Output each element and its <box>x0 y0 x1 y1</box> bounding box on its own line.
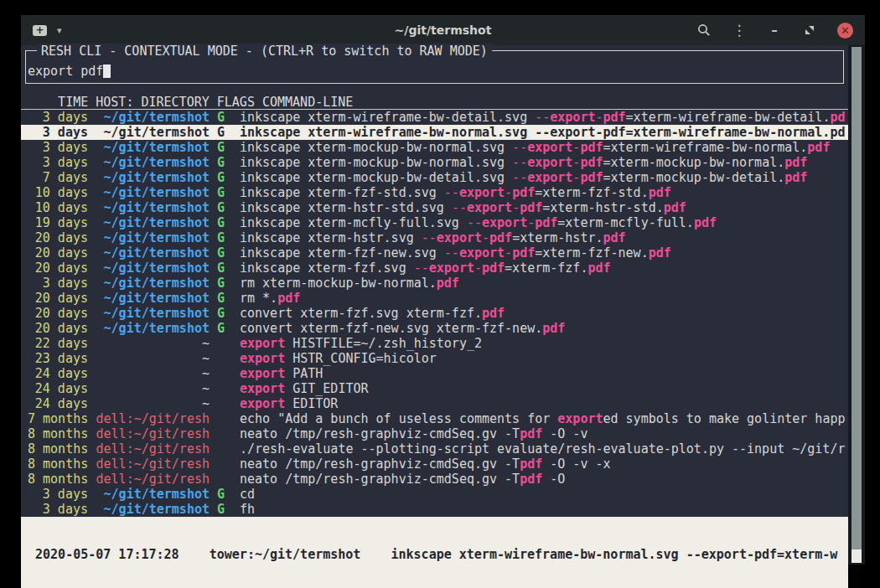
row-time: 23 days <box>28 351 88 366</box>
chevron-down-icon[interactable]: ▾ <box>57 25 62 36</box>
row-time: 7 days <box>28 170 88 185</box>
row-flags: G <box>217 170 225 185</box>
history-row[interactable]: 3 days~/git/termshotGcd <box>21 487 848 502</box>
text-cursor <box>103 64 111 78</box>
row-command: ./resh-evaluate --plotting-script evalua… <box>240 441 845 456</box>
history-row[interactable]: 10 days~/git/termshotGinkscape xterm-hst… <box>21 200 848 215</box>
command-match-text: export <box>240 351 285 366</box>
command-match-text: -- <box>444 185 459 200</box>
command-match-text: pdf <box>482 260 505 276</box>
command-text: HISTFILE=~/.zsh_history_2 <box>285 336 482 351</box>
terminal-content: RESH CLI - CONTEXTUAL MODE - (CTRL+R to … <box>21 45 865 565</box>
row-host-directory: ~ <box>96 381 210 396</box>
history-row[interactable]: 8 monthsdell:~/git/reshneato /tmp/resh-g… <box>21 456 848 472</box>
row-host-directory: ~/git/termshot <box>96 125 210 140</box>
search-input[interactable]: export pdf <box>28 64 111 79</box>
command-match-text: pdf <box>603 230 626 245</box>
row-flags <box>217 472 225 487</box>
search-box: RESH CLI - CONTEXTUAL MODE - (CTRL+R to … <box>25 50 844 84</box>
history-row[interactable]: 20 days~/git/termshotGconvert xterm-fzf-… <box>21 321 848 336</box>
history-row[interactable]: 24 days~export EDITOR <box>21 396 848 411</box>
row-flags: G <box>217 110 225 125</box>
new-tab-icon[interactable]: + <box>33 25 47 36</box>
command-match-text: - <box>505 185 512 200</box>
row-command: convert xterm-fzf.svg xterm-fzf.pdf <box>240 306 505 321</box>
command-text: -O -v <box>542 426 588 441</box>
command-text: GIT_EDITOR <box>285 381 368 396</box>
row-flags: G <box>217 245 225 260</box>
row-command: neato /tmp/resh-graphviz-cmdSeq.gv -Tpdf… <box>240 456 611 472</box>
command-text: neato /tmp/resh-graphviz-cmdSeq.gv -T <box>240 456 520 472</box>
row-time: 8 months <box>28 426 88 441</box>
history-row[interactable]: 8 monthsdell:~/git/resh./resh-evaluate -… <box>21 441 848 456</box>
history-row[interactable]: 20 days~/git/termshotGinkscape xterm-fzf… <box>21 245 848 260</box>
command-text: rm *. <box>240 291 277 306</box>
row-host-directory: ~ <box>96 366 210 381</box>
titlebar: + ▾ ~/git/termshot ⋮ – ✕ <box>21 15 865 45</box>
history-row[interactable]: 22 days~export HISTFILE=~/.zsh_history_2 <box>21 336 848 351</box>
history-row[interactable]: 10 days~/git/termshotGinkscape xterm-fzf… <box>21 185 848 200</box>
history-row[interactable]: 20 days~/git/termshotGinkscape xterm-fzf… <box>21 260 848 276</box>
history-row[interactable]: 19 days~/git/termshotGinkscape xterm-mcf… <box>21 215 848 230</box>
history-row[interactable]: 24 days~export PATH <box>21 366 848 381</box>
row-command: convert xterm-fzf-new.svg xterm-fzf-new.… <box>240 321 565 336</box>
history-row[interactable]: 3 days~/git/termshotGfh <box>21 502 848 517</box>
command-text: =xterm-fzf-std. <box>535 185 648 200</box>
command-match-text: pdf <box>588 260 610 276</box>
command-match-text: pdf <box>664 200 686 215</box>
command-match-text: pdf <box>784 170 807 185</box>
row-time: 20 days <box>28 245 88 260</box>
command-text: =xterm-mockup-bw-normal. <box>603 155 784 170</box>
row-host-directory: dell:~/git/resh <box>96 441 210 456</box>
minimize-icon[interactable]: – <box>767 23 782 38</box>
close-icon[interactable]: ✕ <box>837 23 853 39</box>
row-command: inkscape xterm-wireframe-bw-detail.svg -… <box>240 110 845 125</box>
row-time: 10 days <box>28 185 88 200</box>
row-host-directory: ~ <box>96 351 210 366</box>
row-time: 20 days <box>28 230 88 245</box>
history-row[interactable]: 20 days~/git/termshotGconvert xterm-fzf.… <box>21 306 848 321</box>
command-match-text: - <box>505 245 512 260</box>
scrollbar[interactable] <box>848 45 865 565</box>
kebab-menu-icon[interactable]: ⋮ <box>732 23 747 38</box>
row-command: neato /tmp/resh-graphviz-cmdSeq.gv -Tpdf… <box>240 426 588 441</box>
history-row[interactable]: 3 days~/git/termshotGinkscape xterm-wire… <box>21 110 848 125</box>
row-time: 20 days <box>28 291 88 306</box>
command-match-text: pdf <box>512 245 535 260</box>
restore-icon[interactable] <box>802 23 817 38</box>
history-row[interactable]: 8 monthsdell:~/git/reshneato /tmp/resh-g… <box>21 472 848 487</box>
history-row[interactable]: 3 days~/git/termshotGinkscape xterm-mock… <box>21 140 848 155</box>
command-match-text: pdf <box>277 291 300 306</box>
command-match-text: - <box>512 200 520 215</box>
row-host-directory: ~/git/termshot <box>96 291 210 306</box>
command-text: echo "Add a bunch of useless comments fo… <box>240 411 557 426</box>
command-match-text: export <box>429 260 474 276</box>
command-text: neato /tmp/resh-graphviz-cmdSeq.gv -T <box>240 426 520 441</box>
row-flags <box>217 366 225 381</box>
row-host-directory: ~/git/termshot <box>96 260 210 276</box>
command-match-text: -- <box>512 170 527 185</box>
row-command: export EDITOR <box>240 396 338 411</box>
row-flags <box>217 411 225 426</box>
history-row[interactable]: 7 days~/git/termshotGinkscape xterm-mock… <box>21 170 848 185</box>
scrollbar-thumb[interactable] <box>852 47 862 563</box>
history-row[interactable]: 20 days~/git/termshotGrm *.pdf <box>21 291 848 306</box>
history-row[interactable]: 3 days~/git/termshotGinkscape xterm-wire… <box>21 125 848 140</box>
row-time: 22 days <box>28 336 88 351</box>
history-row[interactable]: 3 days~/git/termshotGinkscape xterm-mock… <box>21 155 848 170</box>
row-command: fh <box>240 502 255 517</box>
history-row[interactable]: 3 days~/git/termshotGrm xterm-mockup-bw-… <box>21 276 848 291</box>
command-match-text: - <box>482 230 489 245</box>
row-time: 24 days <box>28 381 88 396</box>
row-flags <box>217 396 225 411</box>
scrollbar-bottom-block <box>852 549 862 563</box>
history-row[interactable]: 8 monthsdell:~/git/reshneato /tmp/resh-g… <box>21 426 848 441</box>
history-row[interactable]: 20 days~/git/termshotGinkscape xterm-hst… <box>21 230 848 245</box>
command-match-text: export <box>240 396 285 411</box>
search-icon[interactable] <box>696 23 712 38</box>
row-host-directory: dell:~/git/resh <box>96 472 210 487</box>
history-row[interactable]: 23 days~export HSTR_CONFIG=hicolor <box>21 351 848 366</box>
command-match-text: pdf <box>482 306 505 321</box>
history-row[interactable]: 24 days~export GIT_EDITOR <box>21 381 848 396</box>
history-row[interactable]: 7 monthsdell:~/git/reshecho "Add a bunch… <box>21 411 848 426</box>
